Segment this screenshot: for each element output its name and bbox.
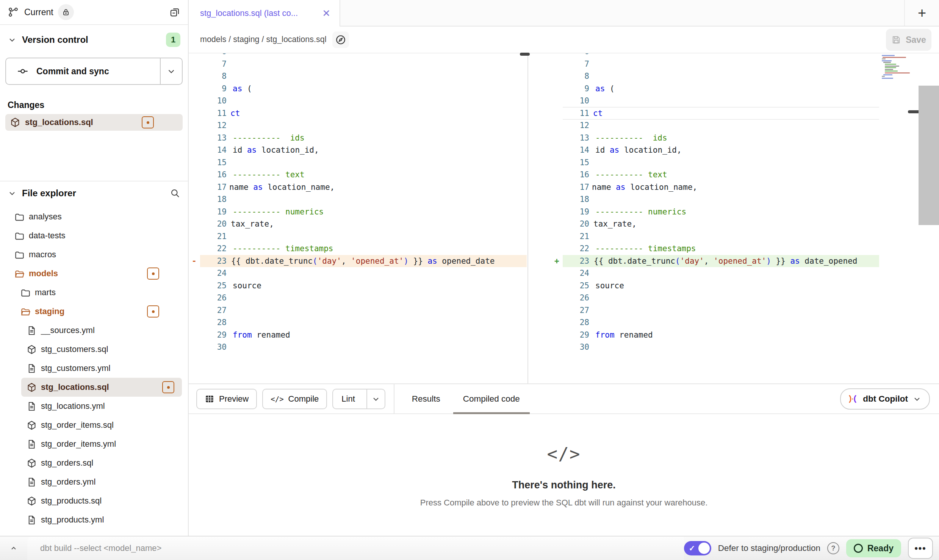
commit-options-caret[interactable] <box>160 58 182 84</box>
file-tree-item-stg-locations-yml[interactable]: stg_locations.yml <box>0 397 188 416</box>
tab-results[interactable]: Results <box>412 384 440 413</box>
code-line-19[interactable]: 19---------- numerics <box>189 206 527 218</box>
code-line-15[interactable]: 15 <box>189 156 527 169</box>
line-number: 29 <box>551 329 589 341</box>
file-explorer-header[interactable]: File explorer <box>0 181 188 205</box>
code-line-14[interactable]: 14id as location_id, <box>551 144 879 156</box>
code-line-9[interactable]: 9as ( <box>551 83 879 95</box>
code-line-19[interactable]: 19---------- numerics <box>551 206 879 218</box>
code-line-7[interactable]: 7 <box>551 58 879 70</box>
code-line-30[interactable]: 30 <box>189 341 527 354</box>
code-line-6[interactable]: 6 <box>189 53 527 58</box>
file-tree-item-stg-locations-sql[interactable]: stg_locations.sql <box>21 378 182 397</box>
file-tree-item-stg-order-items-sql[interactable]: stg_order_items.sql <box>0 416 188 435</box>
code-line-26[interactable]: 26 <box>189 292 527 304</box>
expand-caret-button[interactable] <box>0 544 27 553</box>
commit-and-sync-button[interactable]: Commit and sync <box>5 58 183 85</box>
pane-divider[interactable] <box>527 53 528 383</box>
version-control-header[interactable]: Version control 1 <box>0 25 188 55</box>
vertical-scrollbar[interactable] <box>919 86 939 225</box>
new-tab-button[interactable]: + <box>918 6 926 20</box>
code-line-11[interactable]: 11ct <box>189 107 527 120</box>
file-tree-item-data-tests[interactable]: data-tests <box>0 226 188 245</box>
code-line-6[interactable]: 6 <box>551 53 879 58</box>
code-line-20[interactable]: 20tax_rate, <box>551 218 879 230</box>
lint-button[interactable]: Lint <box>332 389 385 409</box>
code-line-17[interactable]: 17name as location_name, <box>551 181 879 194</box>
code-line-16[interactable]: 16---------- text <box>551 169 879 181</box>
dbt-copilot-button[interactable]: dbt Copilot <box>840 388 930 410</box>
code-line-23[interactable]: +23{{ dbt.date_trunc('day', 'opened_at')… <box>551 255 879 267</box>
code-line-21[interactable]: 21 <box>189 230 527 243</box>
file-tree-item-macros[interactable]: macros <box>0 245 188 264</box>
code-line-16[interactable]: 16---------- text <box>189 169 527 181</box>
code-line-13[interactable]: 13---------- ids <box>551 132 879 144</box>
line-number: 22 <box>551 242 589 255</box>
compile-button[interactable]: </> Compile <box>262 389 327 409</box>
save-button[interactable]: Save <box>886 29 931 51</box>
code-line-12[interactable]: 12 <box>551 119 879 132</box>
line-number: 29 <box>189 329 227 341</box>
changed-file-row[interactable]: stg_locations.sql <box>5 114 183 131</box>
code-line-27[interactable]: 27 <box>551 304 879 317</box>
file-tree-item-marts[interactable]: marts <box>0 283 188 302</box>
code-line-11[interactable]: 11ct <box>551 107 879 120</box>
minimap[interactable] <box>882 55 908 131</box>
code-line-22[interactable]: 22---------- timestamps <box>189 242 527 255</box>
code-line-25[interactable]: 25source <box>551 280 879 292</box>
code-line-7[interactable]: 7 <box>189 58 527 70</box>
lint-options-caret[interactable] <box>366 389 385 408</box>
code-line-10[interactable]: 10 <box>189 95 527 107</box>
code-line-14[interactable]: 14id as location_id, <box>189 144 527 156</box>
code-line-22[interactable]: 22---------- timestamps <box>551 242 879 255</box>
file-tree-item-stg-order-items-yml[interactable]: stg_order_items.yml <box>0 435 188 454</box>
code-line-28[interactable]: 28 <box>189 316 527 329</box>
code-line-25[interactable]: 25source <box>189 280 527 292</box>
code-line-10[interactable]: 10 <box>551 95 879 107</box>
file-tree-item-stg-orders-sql[interactable]: stg_orders.sql <box>0 454 188 472</box>
code-line-9[interactable]: 9as ( <box>189 83 527 95</box>
file-tree-item-stg-products-sql[interactable]: stg_products.sql <box>0 491 188 510</box>
code-line-13[interactable]: 13---------- ids <box>189 132 527 144</box>
code-line-12[interactable]: 12 <box>189 119 527 132</box>
file-tree-item-staging[interactable]: staging <box>0 302 188 321</box>
file-tree-item-stg-customers-sql[interactable]: stg_customers.sql <box>0 340 188 359</box>
lineage-button[interactable] <box>332 31 349 48</box>
overflow-menu-button[interactable]: ••• <box>908 538 933 559</box>
code-line-23[interactable]: -23{{ dbt.date_trunc('day', 'opened_at')… <box>189 255 527 267</box>
tab-compiled-code[interactable]: Compiled code <box>463 384 520 413</box>
code-line-15[interactable]: 15 <box>551 156 879 169</box>
code-line-20[interactable]: 20tax_rate, <box>189 218 527 230</box>
file-tree-item--sources-yml[interactable]: __sources.yml <box>0 321 188 340</box>
code-line-27[interactable]: 27 <box>189 304 527 317</box>
diff-pane-original[interactable]: 6789as (1011ct1213---------- ids14id as … <box>189 53 527 383</box>
code-line-18[interactable]: 18 <box>551 193 879 206</box>
command-input[interactable] <box>39 543 382 554</box>
copy-icon[interactable] <box>169 6 180 18</box>
code-line-21[interactable]: 21 <box>551 230 879 243</box>
code-line-18[interactable]: 18 <box>189 193 527 206</box>
file-tree-item-stg-products-yml[interactable]: stg_products.yml <box>0 510 188 529</box>
file-tree-item-analyses[interactable]: analyses <box>0 207 188 226</box>
splitter-handle[interactable] <box>520 53 530 56</box>
code-line-29[interactable]: 29from renamed <box>551 329 879 341</box>
close-icon[interactable]: ✕ <box>322 8 330 19</box>
code-line-24[interactable]: 24 <box>189 267 527 280</box>
help-icon[interactable]: ? <box>827 542 839 554</box>
code-line-17[interactable]: 17name as location_name, <box>189 181 527 194</box>
diff-pane-modified[interactable]: 6789as (1011ct1213---------- ids14id as … <box>551 53 879 383</box>
code-line-30[interactable]: 30 <box>551 341 879 354</box>
code-line-24[interactable]: 24 <box>551 267 879 280</box>
search-icon[interactable] <box>170 188 180 199</box>
preview-button[interactable]: Preview <box>196 389 257 409</box>
code-line-8[interactable]: 8 <box>189 70 527 83</box>
code-line-29[interactable]: 29from renamed <box>189 329 527 341</box>
code-line-26[interactable]: 26 <box>551 292 879 304</box>
code-line-8[interactable]: 8 <box>551 70 879 83</box>
code-line-28[interactable]: 28 <box>551 316 879 329</box>
file-tree-item-models[interactable]: models <box>0 264 188 283</box>
tab-stg-locations[interactable]: stg_locations.sql (last co... ✕ <box>189 0 340 27</box>
file-tree-item-stg-customers-yml[interactable]: stg_customers.yml <box>0 359 188 378</box>
file-tree-item-stg-orders-yml[interactable]: stg_orders.yml <box>0 472 188 491</box>
defer-toggle[interactable]: ✓ <box>684 541 711 555</box>
